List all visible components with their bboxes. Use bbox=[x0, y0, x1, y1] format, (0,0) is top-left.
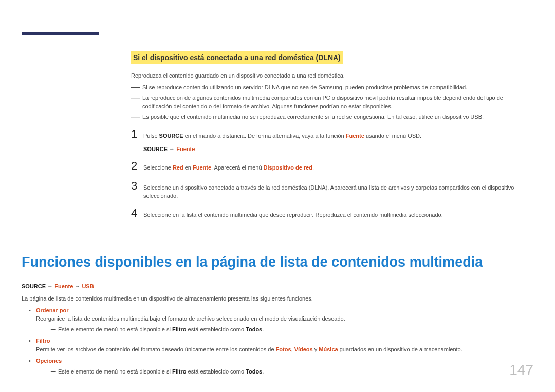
filtro-label: Filtro bbox=[172, 326, 187, 332]
feature-desc: Permite ver los archivos de contenido de… bbox=[36, 346, 462, 352]
step-row-3: 3 Seleccione un dispositivo conectado a … bbox=[131, 179, 533, 200]
text: en el mando a distancia. De forma altern… bbox=[183, 133, 346, 139]
feature-item-ordenar: Ordenar por Reorganice la lista de conte… bbox=[22, 306, 533, 334]
note-item: ― La reproducción de algunos contenidos … bbox=[131, 94, 533, 110]
musica-label: Música bbox=[319, 346, 338, 352]
path-fuente: Fuente bbox=[176, 146, 195, 152]
text: y bbox=[313, 346, 319, 352]
feature-list: Ordenar por Reorganice la lista de conte… bbox=[22, 306, 533, 376]
step-row-4: 4 Seleccione en la lista el contenido mu… bbox=[131, 207, 533, 220]
text: Seleccione bbox=[143, 164, 173, 171]
step-number: 3 bbox=[131, 179, 143, 193]
todos-label: Todos bbox=[246, 326, 262, 332]
text: guardados en un dispositivo de almacenam… bbox=[338, 346, 462, 352]
path-arrow: → bbox=[73, 283, 82, 289]
header-accent-bar bbox=[22, 32, 99, 35]
section-intro: Reproduzca el contenido guardado en un d… bbox=[131, 71, 533, 80]
red-label: Red bbox=[173, 164, 183, 171]
dash-icon: ‒ bbox=[50, 367, 58, 375]
fotos-label: Fotos bbox=[276, 346, 291, 352]
note-text: La reproducción de algunos contenidos mu… bbox=[142, 94, 533, 110]
path-source: SOURCE bbox=[143, 146, 168, 152]
text: Este elemento de menú no está disponible… bbox=[58, 368, 172, 375]
step-body: Seleccione un dispositivo conectado a tr… bbox=[143, 183, 533, 200]
step-body: Seleccione Red en Fuente. Aparecerá el m… bbox=[143, 163, 533, 172]
section-dlna: Si el dispositivo está conectado a una r… bbox=[131, 51, 533, 220]
step-number: 4 bbox=[131, 207, 143, 220]
dash-icon: ‒ bbox=[50, 325, 58, 332]
major-heading: Funciones disponibles en la página de li… bbox=[22, 252, 533, 273]
text: usando el menú OSD. bbox=[364, 133, 421, 139]
text: Permite ver los archivos de contenido de… bbox=[36, 346, 276, 352]
filtro-label: Filtro bbox=[172, 368, 187, 375]
nav-path: SOURCE → Fuente → USB bbox=[22, 282, 533, 291]
feature-item-opciones: Opciones ‒ Este elemento de menú no está… bbox=[22, 357, 533, 376]
nav-path: SOURCE → Fuente bbox=[143, 145, 533, 154]
path-arrow: → bbox=[46, 283, 54, 289]
dispositivo-label: Dispositivo de red bbox=[264, 164, 312, 171]
text: está establecido como bbox=[186, 368, 246, 375]
page-number: 147 bbox=[509, 359, 533, 381]
text: . bbox=[262, 326, 264, 332]
text: . Aparecerá el menú bbox=[211, 164, 264, 171]
feature-label: Opciones bbox=[36, 358, 62, 364]
section-title: Si el dispositivo está conectado a una r… bbox=[131, 51, 343, 64]
major-section: Funciones disponibles en la página de li… bbox=[22, 221, 533, 379]
feature-label: Ordenar por bbox=[36, 307, 69, 313]
videos-label: Vídeos bbox=[294, 346, 313, 352]
path-source: SOURCE bbox=[22, 283, 46, 289]
step-body: Pulse SOURCE en el mando a distancia. De… bbox=[143, 132, 533, 140]
text: está establecido como bbox=[186, 326, 246, 332]
step-number: 1 bbox=[131, 127, 143, 141]
note-text: Es posible que el contenido multimedia n… bbox=[142, 113, 484, 121]
sub-note: ‒ Este elemento de menú no está disponib… bbox=[50, 367, 533, 376]
note-item: ― Si se reproduce contenido utilizando u… bbox=[131, 83, 533, 92]
sub-note: ‒ Este elemento de menú no está disponib… bbox=[50, 325, 533, 334]
path-usb: USB bbox=[82, 283, 94, 289]
dash-icon: ― bbox=[131, 94, 142, 101]
step-row-1: 1 Pulse SOURCE en el mando a distancia. … bbox=[131, 127, 533, 141]
text: . bbox=[312, 164, 314, 171]
text: . bbox=[262, 368, 264, 375]
dash-icon: ― bbox=[131, 83, 142, 90]
step-number: 2 bbox=[131, 159, 143, 173]
text: Este elemento de menú no está disponible… bbox=[58, 326, 172, 332]
path-fuente: Fuente bbox=[54, 283, 73, 289]
feature-desc: Reorganice la lista de contenidos multim… bbox=[36, 315, 345, 322]
text: en bbox=[183, 164, 193, 171]
path-arrow: → bbox=[168, 146, 176, 152]
step-body: Seleccione en la lista el contenido mult… bbox=[143, 211, 533, 219]
feature-label: Filtro bbox=[36, 338, 50, 344]
note-text: Si se reproduce contenido utilizando un … bbox=[142, 83, 467, 92]
major-intro: La página de lista de contenidos multime… bbox=[22, 294, 533, 303]
feature-item-filtro: Filtro Permite ver los archivos de conte… bbox=[22, 337, 533, 353]
fuente-label: Fuente bbox=[193, 164, 211, 171]
fuente-label: Fuente bbox=[346, 133, 364, 139]
todos-label: Todos bbox=[246, 368, 262, 375]
sub-text: Este elemento de menú no está disponible… bbox=[58, 367, 264, 376]
header-divider bbox=[22, 36, 533, 36]
step-row-2: 2 Seleccione Red en Fuente. Aparecerá el… bbox=[131, 159, 533, 173]
text: Pulse bbox=[143, 133, 159, 139]
note-item: ― Es posible que el contenido multimedia… bbox=[131, 113, 533, 121]
sub-text: Este elemento de menú no está disponible… bbox=[58, 325, 264, 334]
dash-icon: ― bbox=[131, 113, 142, 120]
source-label: SOURCE bbox=[159, 133, 183, 139]
